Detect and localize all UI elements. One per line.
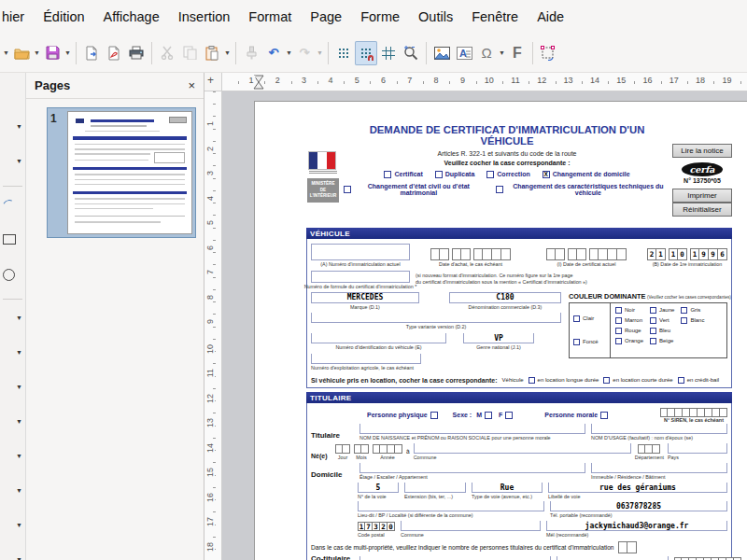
- checkbox-personne-morale[interactable]: [600, 412, 608, 419]
- field-commune-naissance[interactable]: Commune: [414, 443, 631, 461]
- field-genre-national[interactable]: VP Genre national (J.1): [463, 333, 534, 351]
- checkbox-fonce[interactable]: [573, 339, 580, 345]
- field-lieudit[interactable]: Lieu-dit / BP / Localité (si différente …: [358, 501, 544, 519]
- reinitialiser-button[interactable]: Réinitialiser: [672, 203, 732, 217]
- redo-icon[interactable]: ↷: [293, 41, 316, 65]
- checkbox-gris[interactable]: [681, 307, 687, 314]
- menu-fichier[interactable]: hier: [0, 5, 34, 29]
- menu-format[interactable]: Format: [239, 5, 301, 29]
- field-siren[interactable]: N° SIREN, le cas échéant: [660, 408, 727, 424]
- checkbox-jaune[interactable]: [650, 307, 656, 314]
- open-dropdown-arrow[interactable]: ▼: [33, 49, 41, 56]
- checkbox-bleu[interactable]: [650, 328, 656, 334]
- menu-fenetre[interactable]: Fenêtre: [462, 5, 528, 29]
- drawing-tool[interactable]: ▼: [0, 147, 25, 181]
- field-email[interactable]: jackymichaud3@orange.fr Mél (recommandé): [546, 521, 727, 539]
- rectangle-tool-icon[interactable]: [0, 225, 25, 259]
- redo-dropdown-arrow[interactable]: ▼: [316, 49, 324, 56]
- menu-aide[interactable]: Aide: [528, 5, 573, 29]
- special-character-dropdown-arrow[interactable]: ▼: [498, 49, 506, 56]
- menu-forme[interactable]: Forme: [351, 5, 409, 29]
- insert-image-icon[interactable]: [430, 41, 453, 65]
- clone-formatting-icon[interactable]: [240, 41, 262, 65]
- cut-icon[interactable]: [156, 41, 178, 65]
- checkbox-vert[interactable]: [650, 317, 656, 324]
- checkbox-location-courte[interactable]: [603, 377, 610, 384]
- curve-tool-icon[interactable]: [0, 190, 25, 225]
- page-thumbnail-preview[interactable]: [67, 111, 192, 234]
- field-nom-usage[interactable]: NOM D'USAGE (facultatif) : nom d'époux (…: [591, 424, 727, 441]
- drawing-tool[interactable]: ▼: [0, 112, 25, 147]
- zoom-icon[interactable]: [400, 41, 422, 65]
- drawing-tool[interactable]: ▼: [0, 338, 25, 372]
- checkbox-blanc[interactable]: [681, 317, 687, 324]
- checkbox-duplicata[interactable]: [435, 171, 443, 178]
- drawing-tool[interactable]: ▼: [0, 303, 25, 338]
- field-date-certificat[interactable]: (I) Date de certificat actuel: [531, 248, 641, 268]
- menu-outils[interactable]: Outils: [409, 5, 462, 29]
- checkbox-etat-civil[interactable]: [344, 186, 351, 193]
- checkbox-correction[interactable]: [486, 171, 494, 178]
- menu-affichage[interactable]: Affichage: [94, 5, 169, 29]
- field-numero-formule[interactable]: Numéro de formule du certificat d'immatr…: [311, 271, 410, 290]
- checkbox-marron[interactable]: [615, 317, 622, 324]
- field-type-variante[interactable]: Type variante version (D.2): [311, 313, 561, 330]
- undo-dropdown-arrow[interactable]: ▼: [285, 49, 293, 56]
- field-type-voie[interactable]: Rue Type de voie (avenue, etc.): [472, 483, 543, 500]
- checkbox-orange[interactable]: [615, 338, 622, 344]
- field-date-premiere-immatriculation[interactable]: 21 10 1996 (B) Date de 1re immatriculati…: [647, 248, 727, 268]
- snap-to-grid-icon[interactable]: [355, 41, 377, 65]
- insert-textbox-icon[interactable]: A: [453, 41, 475, 65]
- checkbox-certificat[interactable]: [384, 171, 391, 178]
- save-dropdown-arrow[interactable]: ▼: [63, 49, 72, 56]
- close-icon[interactable]: ×: [188, 78, 195, 92]
- checkbox-rouge[interactable]: [615, 328, 622, 334]
- checkbox-sexe-m[interactable]: [485, 412, 492, 419]
- checkbox-location-longue[interactable]: [529, 377, 535, 384]
- document-page[interactable]: MINISTÈRE DE L'INTÉRIEUR DEMANDE DE CERT…: [254, 101, 747, 560]
- field-immatriculation-actuelle[interactable]: (A) Numéro d'immatriculation actuel: [311, 244, 410, 268]
- copy-icon[interactable]: [178, 41, 201, 65]
- export-pdf-icon[interactable]: [103, 41, 125, 65]
- checkbox-personne-physique[interactable]: [430, 412, 438, 419]
- field-cotitulaire-siren[interactable]: N° SIREN, le cas échéant: [674, 557, 741, 560]
- drawing-tool[interactable]: ▼: [0, 511, 25, 545]
- menu-page[interactable]: Page: [301, 5, 351, 29]
- undo-icon[interactable]: ↶: [262, 41, 285, 65]
- paste-icon[interactable]: [201, 41, 223, 65]
- field-pays[interactable]: Pays: [668, 443, 727, 461]
- special-character-icon[interactable]: Ω: [475, 41, 498, 65]
- save-icon[interactable]: [41, 41, 63, 65]
- imprimer-button[interactable]: Imprimer: [672, 189, 732, 203]
- print-icon[interactable]: [125, 41, 148, 65]
- field-etage[interactable]: Étage / Escalier / Appartement: [359, 463, 585, 481]
- display-grid-icon[interactable]: [332, 41, 355, 65]
- field-marque[interactable]: MERCEDES Marque (D.1): [311, 292, 419, 311]
- field-exploitation-agricole[interactable]: Numéro d'exploitation agricole, le cas é…: [311, 354, 421, 371]
- field-nombre-titulaires[interactable]: [618, 541, 637, 553]
- open-folder-icon[interactable]: [10, 41, 33, 65]
- drawing-tool[interactable]: ▼: [0, 545, 25, 560]
- field-vin[interactable]: Numéro d'identification du véhicule (E): [311, 333, 446, 351]
- ellipse-tool-icon[interactable]: [0, 259, 25, 294]
- checkbox-credit-bail[interactable]: [678, 377, 684, 384]
- checkbox-sexe-f[interactable]: [505, 412, 513, 419]
- helplines-icon[interactable]: [377, 41, 400, 65]
- field-cotitulaire-nom[interactable]: NOM DE NAISSANCE et PRÉNOM ou RAISON SOC…: [359, 556, 551, 560]
- field-nom-naissance[interactable]: NOM DE NAISSANCE et PRÉNOM ou RAISON SOC…: [359, 424, 585, 441]
- page-thumbnail[interactable]: 1: [47, 107, 196, 238]
- paste-dropdown-arrow[interactable]: ▼: [223, 49, 232, 56]
- field-date-achat[interactable]: Date d'achat, le cas échéant: [416, 248, 526, 268]
- transformations-icon[interactable]: [537, 41, 559, 65]
- lire-la-notice-button[interactable]: Lire la notice: [672, 144, 732, 158]
- field-extension[interactable]: Extension (bis, ter, ...): [404, 483, 466, 500]
- drawing-tool[interactable]: ▼: [0, 441, 25, 476]
- new-dropdown-arrow[interactable]: ▼: [2, 49, 10, 56]
- field-cotitulaire-usage[interactable]: NOM D'USAGE (facultatif) : nom d'époux (…: [557, 556, 669, 560]
- field-telephone[interactable]: 0637878285 Tél. portable (recommandé): [550, 501, 727, 519]
- field-libelle-voie[interactable]: rue des géraniums Libellé de voie: [548, 483, 727, 500]
- field-immeuble[interactable]: Immeuble / Résidence / Bâtiment: [591, 463, 727, 481]
- checkbox-caracteristiques[interactable]: [496, 186, 503, 193]
- drawing-tool[interactable]: ▼: [0, 407, 25, 441]
- field-denomination[interactable]: C180 Dénomination commerciale (D.3): [449, 292, 561, 311]
